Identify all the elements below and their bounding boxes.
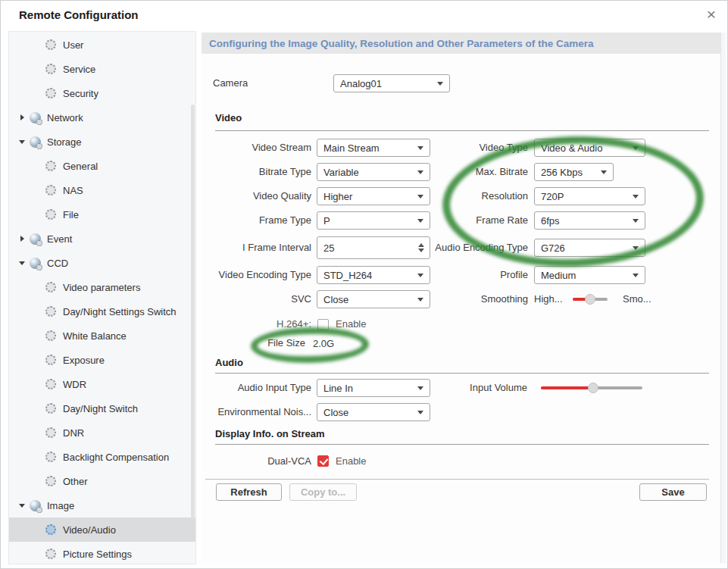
sidebar-item-ccd[interactable]: CCD	[9, 251, 195, 275]
sidebar-item-label: Video parameters	[63, 282, 140, 293]
slider-fill	[541, 386, 593, 389]
chevron-down-icon[interactable]	[18, 137, 27, 146]
video-encoding-type-select[interactable]: STD_H264	[317, 266, 430, 284]
sidebar-item-label: Image	[47, 500, 74, 511]
divider	[215, 373, 709, 374]
smoothing-min-label: High...	[534, 290, 569, 308]
save-button[interactable]: Save	[639, 483, 707, 501]
environmental-noise-select[interactable]: Close	[317, 403, 430, 421]
sidebar-item-label: Other	[63, 476, 88, 487]
main-panel: Configuring the Image Quality, Resolutio…	[202, 31, 726, 564]
bitrate-type-label: Bitrate Type	[202, 163, 311, 181]
h264plus-enable-checkbox[interactable]	[317, 319, 329, 330]
chevron-down-icon[interactable]	[18, 258, 27, 267]
gear-icon	[45, 64, 56, 74]
gear-icon	[45, 185, 56, 195]
slider-thumb[interactable]	[585, 294, 595, 305]
gear-icon	[45, 39, 56, 50]
sidebar-item-label: Service	[63, 64, 95, 75]
resolution-select[interactable]: 720P	[534, 187, 645, 205]
sidebar-item-user[interactable]: User	[9, 33, 195, 57]
sidebar-item-label: File	[63, 209, 79, 220]
select-value: 720P	[541, 191, 564, 202]
input-volume-slider[interactable]	[541, 383, 642, 393]
globe-gear-icon	[30, 136, 41, 148]
svc-select[interactable]: Close	[317, 290, 430, 308]
copy-to-button[interactable]: Copy to...	[289, 483, 357, 501]
dual-vca-enable-checkbox[interactable]	[317, 455, 329, 467]
chevron-down-icon[interactable]	[18, 501, 27, 510]
video-stream-select[interactable]: Main Stream	[317, 139, 430, 157]
select-value: STD_H264	[323, 270, 372, 281]
sidebar-item-white-balance[interactable]: White Balance	[9, 324, 195, 348]
sidebar-item-label: Day/Night Switch	[63, 403, 138, 414]
sidebar-item-security[interactable]: Security	[9, 81, 195, 105]
close-icon[interactable]: ×	[702, 5, 720, 23]
frame-rate-label: Frame Rate	[418, 211, 528, 230]
sidebar-item-label: White Balance	[63, 330, 127, 342]
sidebar-item-day-night-switch[interactable]: Day/Night Switch	[9, 396, 195, 420]
sidebar-item-day-night-settings-switch[interactable]: Day/Night Settings Switch	[9, 299, 195, 324]
sidebar-item-backlight-compensation[interactable]: Backlight Compensation	[9, 445, 195, 469]
refresh-button[interactable]: Refresh	[216, 483, 282, 501]
select-value: 6fps	[541, 215, 560, 227]
select-value: Line In	[323, 383, 353, 394]
chevron-down-icon	[633, 274, 639, 277]
max-bitrate-select[interactable]: 256 Kbps	[534, 163, 614, 181]
sidebar-item-exposure[interactable]: Exposure	[9, 348, 195, 372]
select-value: 256 Kbps	[541, 167, 583, 178]
main-scrollbar-track[interactable]	[720, 33, 726, 563]
select-value: Close	[323, 407, 348, 418]
sidebar-item-video-audio[interactable]: Video/Audio	[9, 517, 195, 542]
h264plus-enable-label: Enable	[336, 316, 381, 333]
chevron-down-icon	[417, 411, 423, 414]
slider-thumb[interactable]	[588, 383, 598, 393]
profile-select[interactable]: Medium	[534, 266, 645, 284]
chevron-down-icon	[633, 219, 639, 223]
sidebar-item-general[interactable]: General	[9, 154, 195, 178]
audio-encoding-type-select[interactable]: G726	[534, 239, 645, 257]
sidebar-item-picture-settings[interactable]: Picture Settings	[9, 542, 195, 564]
sidebar-item-wdr[interactable]: WDR	[9, 372, 195, 396]
sidebar-item-nas[interactable]: NAS	[9, 178, 195, 202]
sidebar-item-label: CCD	[47, 258, 68, 269]
video-quality-select[interactable]: Higher	[317, 187, 430, 205]
globe-gear-icon	[30, 500, 41, 511]
sidebar-item-storage[interactable]: Storage	[9, 130, 195, 154]
sidebar-item-video-parameters[interactable]: Video parameters	[9, 275, 195, 299]
camera-select[interactable]: Analog01	[333, 74, 450, 92]
gear-icon	[45, 403, 56, 414]
bitrate-type-select[interactable]: Variable	[317, 163, 430, 181]
sidebar-item-network[interactable]: Network	[9, 105, 195, 130]
sidebar-item-event[interactable]: Event	[9, 227, 195, 251]
chevron-down-icon	[437, 82, 443, 86]
sidebar-item-label: NAS	[63, 185, 83, 196]
select-value: Main Stream	[323, 142, 380, 154]
profile-label: Profile	[418, 266, 528, 284]
i-frame-interval-input[interactable]: 25	[317, 236, 430, 259]
sidebar-item-file[interactable]: File	[9, 202, 195, 227]
chevron-right-icon[interactable]	[18, 234, 27, 243]
sidebar-item-label: Storage	[47, 136, 82, 148]
gear-icon	[45, 330, 56, 341]
smoothing-slider[interactable]	[573, 294, 608, 305]
sidebar-item-other[interactable]: Other	[9, 469, 195, 493]
gear-icon	[45, 161, 56, 171]
sidebar-scrollbar-thumb[interactable]	[191, 105, 195, 519]
frame-rate-select[interactable]: 6fps	[534, 211, 645, 230]
video-type-select[interactable]: Video & Audio	[534, 139, 645, 157]
sidebar-item-image[interactable]: Image	[9, 493, 195, 517]
audio-input-type-select[interactable]: Line In	[317, 379, 430, 397]
frame-type-label: Frame Type	[202, 211, 311, 230]
sidebar-item-dnr[interactable]: DNR	[9, 420, 195, 445]
sidebar-item-label: General	[63, 161, 98, 172]
section-title-video: Video	[215, 111, 242, 126]
sidebar-item-label: Network	[47, 112, 83, 123]
sidebar-item-service[interactable]: Service	[9, 57, 195, 81]
globe-gear-icon	[30, 233, 41, 245]
video-stream-label: Video Stream	[202, 139, 311, 157]
sidebar-item-label: Video/Audio	[63, 524, 116, 536]
frame-type-select[interactable]: P	[317, 211, 430, 230]
file-size-label: File Size	[202, 337, 305, 349]
chevron-right-icon[interactable]	[18, 113, 27, 122]
